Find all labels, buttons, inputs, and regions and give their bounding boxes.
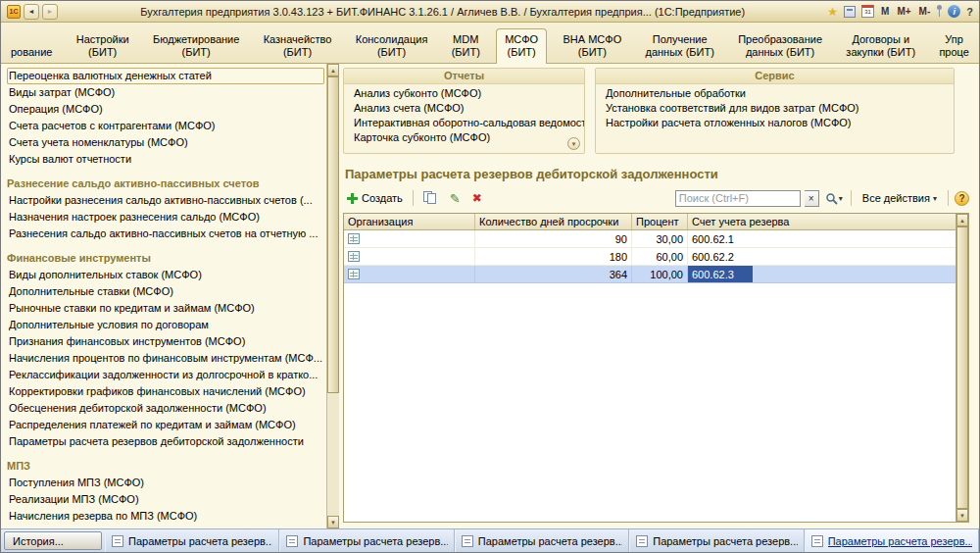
scroll-thumb[interactable] [956,226,968,509]
section-tab-5[interactable]: MDM(БИТ) [444,29,488,63]
section-tab-4[interactable]: Консолидация(БИТ) [348,29,436,63]
section-tab-9[interactable]: Преобразованиеданных (БИТ) [730,29,830,63]
section-tab-8[interactable]: Получениеданных (БИТ) [638,29,722,63]
sidebar-item[interactable]: Переоценка валютных денежных статей [7,68,324,84]
section-tab-1[interactable]: Настройки(БИТ) [69,29,137,63]
reports-panel-body: Анализ субконто (МСФО)Анализ счета (МСФО… [344,84,584,145]
edit-button[interactable]: ✎ [446,190,465,207]
copy-button[interactable] [419,189,442,207]
tab-sublabel: (БИТ) [283,46,312,59]
scroll-track [956,226,968,509]
sidebar-item[interactable]: Операция (МСФО) [7,101,324,118]
form-icon [811,535,823,547]
pin-icon[interactable] [937,5,942,18]
sidebar-item[interactable]: Реклассификации задолженности из долгоср… [7,367,324,383]
form-icon [462,535,473,547]
panel-link[interactable]: Дополнительные обработки [596,86,954,101]
sidebar-item[interactable]: Поступления МПЗ (МСФО) [7,475,324,491]
search-input[interactable] [675,190,801,207]
list-scrollbar[interactable]: ▲ ▼ [956,214,968,522]
sidebar-item[interactable]: Счета расчетов с контрагентами (МСФО) [7,118,324,134]
org-cell [344,266,475,282]
section-tab-11[interactable]: Упрпроце [931,29,977,63]
scroll-down-icon[interactable]: ▼ [327,516,339,528]
tab-sublabel: (БИТ) [88,46,117,59]
search-clear-button[interactable]: × [805,190,819,207]
sidebar-item[interactable]: Корректировки графиков финансовых начисл… [7,383,324,400]
account-cell: 600.62.1 [688,230,956,247]
sidebar-item[interactable]: Параметры расчета резервов дебиторской з… [7,433,324,450]
help-icon[interactable]: ? [966,6,973,18]
scroll-up-icon[interactable]: ▲ [327,64,339,76]
panel-link[interactable]: Настройки расчета отложенных налогов (МС… [596,116,954,130]
sidebar-item[interactable]: Назначения настроек разнесения сальдо (М… [7,209,324,226]
tab-label: Получение [653,33,708,46]
scroll-up-icon[interactable]: ▲ [956,214,968,226]
back-button[interactable]: ◄ [24,4,39,20]
memory-m-button[interactable]: M [880,6,890,17]
column-header-acc[interactable]: Счет учета резерва [688,214,956,229]
sidebar-item[interactable]: Обесценения дебиторской задолженности (М… [7,400,324,417]
sidebar-item[interactable]: Дополнительные ставки (МСФО) [7,283,324,300]
panel-link[interactable]: Установка соответствий для видов затрат … [596,101,954,116]
scroll-down-icon[interactable]: ▼ [956,509,968,522]
window-tab-3[interactable]: Параметры расчета резерв... [629,529,804,552]
sidebar-item[interactable]: Реализации МПЗ (МСФО) [7,491,324,508]
form-icon [112,535,123,547]
section-tab-7[interactable]: ВНА МСФО(БИТ) [555,29,629,63]
history-button[interactable]: История... [4,531,102,550]
tab-label: MDM [453,33,478,46]
sidebar-scrollbar[interactable]: ▲ ▼ [326,64,339,528]
sidebar-item[interactable]: Рыночные ставки по кредитам и займам (МС… [7,300,324,317]
column-header-days[interactable]: Количество дней просрочки [475,214,632,229]
section-tab-6[interactable]: МСФО(БИТ) [496,28,547,64]
sidebar-item[interactable]: Распределения платежей по кредитам и зай… [7,417,324,433]
search-options-button[interactable]: ▾ [823,191,845,206]
collapse-chevron-icon[interactable]: ▾ [567,137,580,150]
sidebar-item[interactable]: Виды дополнительных ставок (МСФО) [7,267,324,283]
forward-button[interactable]: ► [42,4,58,20]
all-actions-button[interactable]: Все действия ▾ [858,190,942,206]
memory-m-plus-button[interactable]: M+ [896,6,911,17]
panel-link[interactable]: Анализ счета (МСФО) [344,101,584,116]
calculator-icon[interactable] [844,6,856,18]
help-button[interactable]: ? [955,191,969,206]
column-header-org[interactable]: Организация [344,214,475,229]
sidebar-item[interactable]: Счета учета номенклатуры (МСФО) [7,134,324,151]
section-tab-2[interactable]: Бюджетирование(БИТ) [145,29,247,63]
panel-link[interactable]: Карточка субконто (МСФО) [344,130,584,145]
title-bar: 1С ◄ ► Бухгалтерия предприятия 3.0.43.12… [1,1,979,23]
window-tab-2[interactable]: Параметры расчета резерв... [455,529,629,552]
column-header-pct[interactable]: Процент [632,214,688,229]
sidebar-item[interactable]: Начисления резерва по МПЗ (МСФО) [7,508,324,525]
create-button[interactable]: Создать [343,190,407,206]
top-panels: Отчеты Анализ субконто (МСФО)Анализ счет… [343,68,969,154]
sidebar-item[interactable]: Разнесения сальдо активно-пассивных счет… [7,226,324,242]
sidebar-item[interactable]: Виды затрат (МСФО) [7,84,324,101]
window-tab-1[interactable]: Параметры расчета резерв... [279,529,454,552]
sidebar-item[interactable]: Дополнительные условия по договорам [7,317,324,333]
section-tab-3[interactable]: Казначейство(БИТ) [256,29,340,63]
page-title: Параметры расчета резервов дебиторской з… [345,167,969,181]
sidebar-item[interactable]: Настройки разнесения сальдо активно-пасс… [7,192,324,209]
delete-button[interactable]: ✖ [468,190,486,206]
window-tab-label: Параметры расчета резерв... [653,535,797,547]
info-icon[interactable]: i [948,5,960,18]
table-row[interactable]: 18060,00600.62.2 [344,248,956,266]
sidebar-item[interactable]: Признания финансовых инструментов (МСФО) [7,333,324,350]
window-tab-0[interactable]: Параметры расчета резерв... [105,529,279,552]
scroll-thumb[interactable] [327,76,339,393]
favorites-star-icon[interactable]: ★ [827,6,838,18]
window-tab-4[interactable]: Параметры расчета резерв... [805,529,979,552]
panel-link[interactable]: Интерактивная оборотно-сальдовая ведомос… [344,116,584,130]
table-row[interactable]: 364100,00600.62.3 [344,266,956,283]
calendar-icon[interactable]: 31 [861,5,874,18]
section-tab-0[interactable]: рование [3,42,60,63]
memory-m-minus-button[interactable]: M- [918,6,932,17]
panel-link[interactable]: Анализ субконто (МСФО) [344,86,584,101]
section-tab-10[interactable]: Договоры изакупки (БИТ) [838,29,923,63]
sidebar-item[interactable]: Курсы валют отчетности [7,151,324,168]
table-row[interactable]: 9030,00600.62.1 [344,230,956,248]
sidebar-item[interactable]: Начисления процентов по финансовым инстр… [7,350,324,367]
tab-sublabel: (БИТ) [182,46,211,59]
